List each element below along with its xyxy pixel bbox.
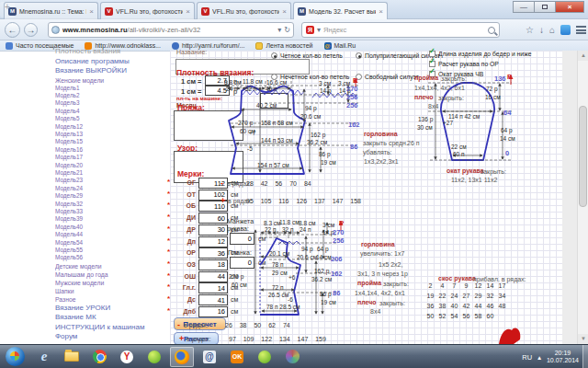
sidebar-item-модель20[interactable]: Модель20 <box>55 162 169 169</box>
sidebar-item-модель12[interactable]: Модель12 <box>55 123 169 131</box>
start-button[interactable] <box>6 347 25 366</box>
sidebar-item-вязание-уроки[interactable]: Вязание УРОКИ <box>55 304 169 314</box>
search-bar[interactable]: Я ▾ Яндекс <box>301 22 500 38</box>
sidebar-item-модель56[interactable]: Модель56 <box>55 254 169 261</box>
reload-icon[interactable]: ↻ <box>284 26 290 34</box>
taskbar-icon-paint[interactable] <box>280 347 304 367</box>
measurement-input-Дп[interactable] <box>198 236 228 247</box>
sidebar-item-модель16[interactable]: Модель16 <box>55 146 169 154</box>
sidebar-item-модель33[interactable]: Модель33 <box>55 208 169 215</box>
diagram-label: 114 п 42 см <box>448 113 480 120</box>
sidebar-item-модель21[interactable]: Модель21 <box>55 169 169 177</box>
sidebar-item-модель40[interactable]: Модель40 <box>55 224 169 231</box>
measurement-input-ОР[interactable] <box>198 247 228 259</box>
sidebar-item-модель24[interactable]: Модель24 <box>55 185 169 192</box>
sidebar-item-малышам-до-года[interactable]: Малышам до года <box>55 270 169 279</box>
browser-tab-4[interactable]: М Модель 32. Расчет выкро... × <box>293 2 388 19</box>
sidebar-item-инструкции-к-машинам[interactable]: ИНСТРУКЦИИ к машинам <box>55 323 169 333</box>
measurement-input-ДР[interactable] <box>198 224 228 236</box>
tab-close-icon[interactable]: × <box>379 7 383 16</box>
menu-icon[interactable] <box>576 26 586 34</box>
measurement-input-ДИ[interactable] <box>198 213 228 224</box>
sidebar-item-модель3[interactable]: Модель3 <box>55 99 169 107</box>
cuff-input[interactable] <box>230 233 254 245</box>
radio-even-stitches[interactable] <box>271 52 277 59</box>
taskbar-icon-mailru-agent[interactable]: @ <box>198 347 221 367</box>
taskbar-icon-chrome[interactable] <box>87 347 111 367</box>
page-scrollbar[interactable]: ▲ ▼ <box>577 51 588 344</box>
sidebar-item-детские-модели[interactable]: Детские модели <box>55 262 169 270</box>
tab-close-icon[interactable]: × <box>89 7 94 16</box>
url-bar[interactable]: www.mnemosina.ru/all-vikroiki/v-zen-all/… <box>48 22 294 38</box>
radio-semifitted[interactable] <box>356 52 362 59</box>
taskbar-icon-green-app[interactable] <box>142 347 166 367</box>
tab-close-icon[interactable]: × <box>186 7 190 16</box>
sidebar-item-модель32[interactable]: Модель32 <box>55 201 169 208</box>
taskbar-icon-ie[interactable]: e <box>32 347 56 367</box>
sidebar-item-шапки[interactable]: Шапки <box>55 287 169 295</box>
sidebar-item-модель54[interactable]: Модель54 <box>55 239 169 247</box>
sidebar-item-модель44[interactable]: Модель44 <box>55 231 169 238</box>
sidebar-item-модель55[interactable]: Модель55 <box>55 247 169 254</box>
sidebar-item-модель1[interactable]: Модель1 <box>55 85 169 92</box>
sidebar-item-модель29[interactable]: Модель29 <box>55 192 169 200</box>
sidebar-item-модель15[interactable]: Модель15 <box>55 138 169 145</box>
maximize-button[interactable] <box>534 1 556 13</box>
show-desktop-button[interactable] <box>582 345 588 368</box>
measurement-input-ОЗ[interactable] <box>198 259 228 270</box>
sidebar-item-вязание-мк[interactable]: Вязание МК <box>55 313 169 323</box>
bookmark-item-4[interactable]: Лента новостей <box>255 42 312 50</box>
scrollbar-thumb[interactable] <box>579 106 587 207</box>
search-dropdown-icon[interactable]: ▾ <box>317 26 321 34</box>
sidebar-item-вязание-выкройки[interactable]: Вязание ВЫКРОЙКИ <box>55 66 169 76</box>
sync-icon[interactable] <box>560 25 571 35</box>
clock[interactable]: 20:19 10.07.2014 <box>547 350 579 364</box>
measurement-input-ОГ[interactable] <box>198 178 228 189</box>
bookmark-star-icon[interactable]: ☆ <box>526 22 534 38</box>
bookmark-item-5[interactable]: @Mail.Ru <box>324 42 356 50</box>
close-button[interactable]: × <box>555 1 584 13</box>
minimize-button[interactable]: — <box>513 1 535 13</box>
taskbar-icon-odnoklassniki[interactable]: OK <box>225 347 249 367</box>
tab-close-icon[interactable]: × <box>282 7 287 16</box>
taskbar-icon-firefox[interactable] <box>170 347 194 367</box>
sidebar-item-модель13[interactable]: Модель13 <box>55 131 169 138</box>
forward-button[interactable]: → <box>24 23 38 37</box>
browser-tab-1[interactable]: М Mnemosina.ru :: Тема: По... × <box>4 2 98 19</box>
browser-tab-3[interactable]: V VFL.Ru это, фотохостинг б... × <box>197 2 291 19</box>
sidebar-item-плотность-вязания[interactable]: Плотность вязания <box>55 47 169 57</box>
planka-input[interactable] <box>230 257 254 269</box>
sidebar-item-форум[interactable]: Форум <box>55 332 169 342</box>
taskbar-icon-explorer[interactable] <box>60 347 84 367</box>
yarn-input[interactable] <box>174 110 243 141</box>
site-identity-icon[interactable] <box>51 26 60 34</box>
measurement-input-Дпб[interactable] <box>198 306 228 317</box>
sidebar-item-женские-модели[interactable]: Женские модели <box>55 76 169 85</box>
sidebar-item-модель23[interactable]: Модель23 <box>55 177 169 184</box>
search-icon[interactable] <box>488 27 495 34</box>
tray-expand-icon[interactable]: ▴ <box>537 353 541 362</box>
taskbar-icon-green-app-2[interactable] <box>253 347 277 367</box>
sidebar-item-модель17[interactable]: Модель17 <box>55 154 169 161</box>
measurement-input-Дс[interactable] <box>198 294 228 305</box>
sidebar-item-мужские-модели[interactable]: Мужские модели <box>55 279 169 287</box>
taskbar-icon-yandex-browser[interactable]: Y <box>115 347 139 367</box>
sidebar-item-модель4[interactable]: Модель4 <box>55 108 169 115</box>
measurement-input-Гл.г.[interactable] <box>198 282 228 293</box>
sidebar-item-модель5[interactable]: Модель5 <box>55 115 169 122</box>
home-icon[interactable]: ⌂ <box>549 22 555 38</box>
sidebar-item-модель39[interactable]: Модель39 <box>55 215 169 223</box>
scroll-up-arrow[interactable]: ▲ <box>578 51 588 61</box>
url-dropdown-icon[interactable]: ▾ <box>277 26 281 34</box>
back-button[interactable]: ← <box>5 22 20 38</box>
sidebar-item-разное[interactable]: Разное <box>55 295 169 304</box>
browser-tab-2[interactable]: V VFL.Ru это, фотохостинг б... × <box>100 2 195 19</box>
sidebar-item-модель2[interactable]: Модель2 <box>55 92 169 99</box>
downloads-icon[interactable]: ↓ <box>539 22 544 38</box>
yandex-search-icon[interactable]: Я <box>306 26 314 34</box>
measurement-input-ОШ[interactable] <box>198 271 228 282</box>
scroll-down-arrow[interactable]: ▼ <box>578 334 588 344</box>
language-indicator[interactable]: RU <box>522 353 532 362</box>
sidebar-item-описание-программы[interactable]: Описание программы <box>55 57 169 67</box>
diagram-label: пройма <box>414 75 438 81</box>
